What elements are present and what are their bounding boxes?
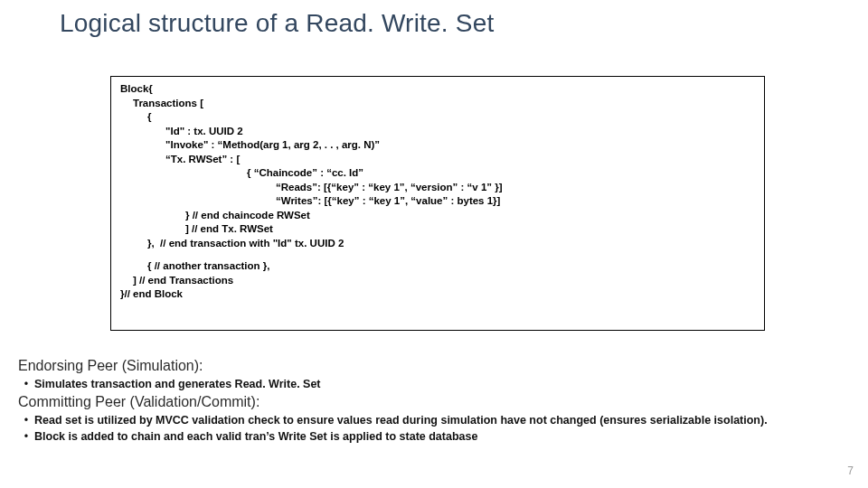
code-line: Transactions [ [120,97,755,111]
endorsing-heading: Endorsing Peer (Simulation): [18,358,850,374]
bullet-text: Block is added to chain and each valid t… [34,430,850,443]
code-line: }, // end transaction with "Id" tx. UUID… [120,237,755,251]
bullet-text: Read set is utilized by MVCC validation … [34,414,850,427]
committing-heading: Committing Peer (Validation/Commit): [18,394,850,410]
page-number: 7 [847,465,854,477]
bullet-item: • Simulates transaction and generates Re… [18,378,850,390]
code-line: } // end chaincode RWSet [120,209,755,223]
code-line: { “Chaincode” : “cc. Id” [120,166,755,181]
code-line: }// end Block [120,287,755,302]
code-blank [120,250,755,259]
bullet-dot-icon: • [18,378,34,390]
page-title: Logical structure of a Read. Write. Set [60,9,494,38]
code-line: “Tx. RWSet” : [ [120,153,755,167]
code-line: “Reads”: [{“key” : “key 1”, “version” : … [120,181,755,195]
code-line: Block{ [120,82,755,97]
bullet-dot-icon: • [18,414,34,427]
code-line: ] // end Tx. RWSet [120,222,755,237]
code-line: "Id" : tx. UUID 2 [120,125,755,139]
code-line: { [120,110,755,125]
bullet-dot-icon: • [18,430,34,443]
bullet-item: • Read set is utilized by MVCC validatio… [18,414,850,427]
code-line: "Invoke" : “Method(arg 1, arg 2, . . , a… [120,138,755,153]
code-line: { // another transaction }, [120,259,755,274]
code-box: Block{ Transactions [ { "Id" : tx. UUID … [110,76,765,331]
body-region: Endorsing Peer (Simulation): • Simulates… [18,356,850,446]
bullet-text: Simulates transaction and generates Read… [34,378,850,390]
code-line: “Writes”: [{“key” : “key 1”, “value” : b… [120,194,755,209]
slide: Logical structure of a Read. Write. Set … [0,0,868,488]
code-line: ] // end Transactions [120,274,755,288]
bullet-item: • Block is added to chain and each valid… [18,430,850,443]
